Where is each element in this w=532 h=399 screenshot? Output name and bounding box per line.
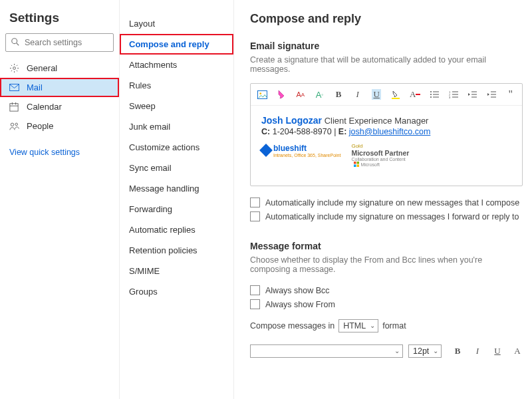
highlight-color-icon[interactable] bbox=[390, 89, 400, 100]
svg-point-14 bbox=[430, 91, 432, 92]
svg-rect-34 bbox=[354, 165, 356, 168]
font-style-icon[interactable]: A◦ bbox=[315, 89, 325, 100]
ms-partner-logo: Gold Microsoft Partner Collaboration and… bbox=[351, 143, 409, 167]
font-size-icon[interactable]: AA bbox=[296, 89, 306, 100]
svg-point-8 bbox=[11, 123, 13, 126]
people-icon bbox=[9, 122, 20, 131]
signature-content[interactable]: Josh Logozar Client Experience Manager C… bbox=[251, 106, 522, 186]
editor-toolbar: AA A◦ B I U A 123 " bbox=[251, 84, 522, 106]
nav-item-general[interactable]: General bbox=[0, 59, 119, 78]
sub-item-rules[interactable]: Rules bbox=[120, 75, 233, 96]
svg-rect-13 bbox=[416, 94, 420, 95]
svg-rect-4 bbox=[10, 103, 18, 110]
svg-text:3: 3 bbox=[449, 96, 451, 98]
quote-icon[interactable]: " bbox=[505, 89, 515, 100]
sub-item-junk-email[interactable]: Junk email bbox=[120, 116, 233, 137]
svg-rect-32 bbox=[354, 162, 356, 164]
sig-job-title: Client Experience Manager bbox=[325, 116, 429, 126]
sig-name: Josh Logozar bbox=[261, 115, 322, 126]
sub-item-message-handling[interactable]: Message handling bbox=[120, 178, 233, 199]
highlight-icon[interactable] bbox=[277, 89, 287, 100]
message-format-title: Message format bbox=[250, 241, 523, 251]
compose-format-select[interactable]: HTML⌄ bbox=[338, 319, 378, 332]
number-list-icon[interactable]: 123 bbox=[449, 89, 459, 100]
checkbox-icon bbox=[250, 285, 260, 295]
sub-item-smime[interactable]: S/MIME bbox=[120, 261, 233, 281]
svg-point-11 bbox=[259, 92, 261, 94]
settings-sidebar: Settings General Mail Calendar bbox=[0, 0, 120, 399]
outdent-icon[interactable] bbox=[467, 89, 477, 100]
svg-point-2 bbox=[13, 67, 16, 70]
sub-item-retention-policies[interactable]: Retention policies bbox=[120, 240, 233, 261]
nav-label: People bbox=[27, 121, 53, 131]
mail-settings-submenu: Layout Compose and reply Attachments Rul… bbox=[120, 0, 234, 399]
sub-item-groups[interactable]: Groups bbox=[120, 281, 233, 302]
chevron-down-icon: ⌄ bbox=[370, 322, 375, 329]
nav-label: Calendar bbox=[27, 102, 62, 112]
signature-editor: AA A◦ B I U A 123 " Josh Logozar Client … bbox=[250, 83, 523, 186]
checkbox-show-from[interactable]: Always show From bbox=[250, 297, 523, 311]
sub-item-layout[interactable]: Layout bbox=[120, 13, 233, 34]
sub-item-customize-actions[interactable]: Customize actions bbox=[120, 137, 233, 158]
sig-contact-line: C: 1-204-588-8970 | E: josh@blueshiftco.… bbox=[261, 127, 511, 136]
svg-point-9 bbox=[15, 123, 18, 126]
main-panel: Compose and reply Email signature Create… bbox=[234, 0, 532, 399]
svg-line-1 bbox=[17, 43, 19, 46]
insert-image-icon[interactable] bbox=[257, 89, 267, 100]
checkbox-include-fwd[interactable]: Automatically include my signature on me… bbox=[250, 209, 523, 223]
page-heading: Compose and reply bbox=[250, 12, 523, 26]
view-quick-settings-link[interactable]: View quick settings bbox=[0, 136, 119, 169]
sub-item-compose-and-reply[interactable]: Compose and reply bbox=[120, 34, 233, 55]
bullet-list-icon[interactable] bbox=[430, 89, 440, 100]
email-signature-desc: Create a signature that will be automati… bbox=[250, 55, 523, 74]
underline-button-2[interactable]: U bbox=[492, 346, 503, 356]
sub-item-forwarding[interactable]: Forwarding bbox=[120, 199, 233, 219]
message-format-desc: Choose whether to display the From and B… bbox=[250, 255, 523, 274]
calendar-icon bbox=[9, 102, 20, 112]
font-size-select[interactable]: 12pt⌄ bbox=[408, 344, 442, 358]
font-family-select[interactable]: ⌄ bbox=[250, 344, 403, 358]
bold-button-2[interactable]: B bbox=[452, 346, 463, 356]
svg-point-0 bbox=[12, 39, 17, 44]
svg-rect-35 bbox=[357, 165, 360, 168]
search-icon bbox=[11, 37, 20, 47]
underline-button[interactable]: U bbox=[372, 89, 382, 100]
indent-icon[interactable] bbox=[487, 89, 497, 100]
checkbox-show-bcc[interactable]: Always show Bcc bbox=[250, 283, 523, 297]
search-settings-input[interactable] bbox=[5, 33, 114, 52]
italic-button[interactable]: I bbox=[352, 89, 362, 100]
search-settings-wrap bbox=[5, 33, 114, 52]
svg-rect-3 bbox=[10, 84, 19, 90]
nav-label: Mail bbox=[27, 82, 43, 92]
chevron-down-icon: ⌄ bbox=[433, 347, 438, 354]
sub-item-sweep[interactable]: Sweep bbox=[120, 96, 233, 116]
sig-logos: blueshift Intranets, Office 365, SharePo… bbox=[261, 143, 511, 167]
checkbox-icon bbox=[250, 211, 260, 221]
italic-button-2[interactable]: I bbox=[472, 346, 483, 356]
nav-item-calendar[interactable]: Calendar bbox=[0, 97, 119, 116]
sub-item-sync-email[interactable]: Sync email bbox=[120, 158, 233, 178]
checkbox-icon bbox=[250, 299, 260, 309]
sub-item-attachments[interactable]: Attachments bbox=[120, 55, 233, 75]
gear-icon bbox=[9, 63, 20, 73]
compose-format-row: Compose messages in HTML⌄ format bbox=[250, 319, 523, 332]
sub-item-automatic-replies[interactable]: Automatic replies bbox=[120, 219, 233, 240]
sig-email-link[interactable]: josh@blueshiftco.com bbox=[349, 127, 430, 136]
font-color-icon[interactable]: A bbox=[410, 89, 420, 100]
mail-icon bbox=[9, 84, 20, 91]
bold-button[interactable]: B bbox=[334, 89, 344, 100]
checkbox-include-new[interactable]: Automatically include my signature on ne… bbox=[250, 196, 523, 209]
chevron-down-icon: ⌄ bbox=[394, 347, 400, 354]
svg-point-16 bbox=[430, 94, 432, 95]
nav-item-mail[interactable]: Mail bbox=[0, 78, 119, 97]
svg-rect-33 bbox=[357, 162, 360, 164]
svg-point-18 bbox=[430, 96, 432, 98]
font-toolbar-row: ⌄ 12pt⌄ B I U A bbox=[250, 344, 523, 358]
svg-rect-12 bbox=[392, 98, 400, 99]
font-color-button-2[interactable]: A bbox=[512, 346, 523, 356]
settings-title: Settings bbox=[0, 7, 119, 33]
checkbox-icon bbox=[250, 198, 260, 207]
blueshift-diamond-icon bbox=[259, 144, 273, 157]
nav-label: General bbox=[27, 63, 57, 73]
nav-item-people[interactable]: People bbox=[0, 116, 119, 136]
